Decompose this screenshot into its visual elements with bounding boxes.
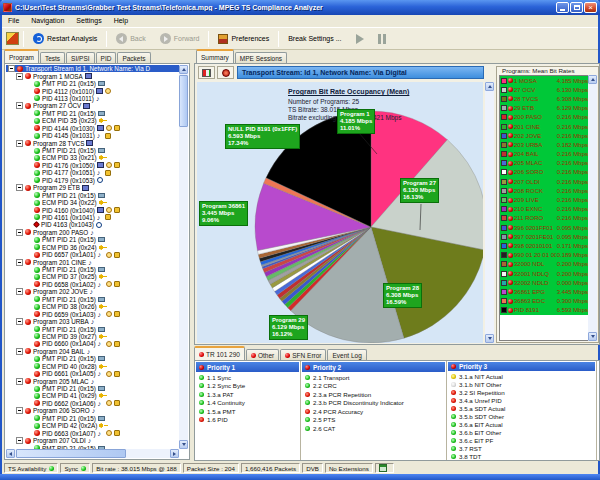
program-bitrate-row[interactable]: 36861 EPG3.445 Mbps bbox=[500, 287, 589, 296]
menu-item-settings[interactable]: Settings bbox=[70, 15, 107, 27]
program-bitrate-row[interactable]: 211 RORO0.216 Mbps bbox=[500, 214, 589, 223]
priority-check-item[interactable]: 2.6 CAT bbox=[301, 424, 446, 433]
priority-check-item[interactable]: 2.2 CRC bbox=[301, 382, 446, 391]
collapse-icon[interactable] bbox=[16, 73, 23, 80]
program-bitrate-row[interactable]: 28 TVCS6.308 Mbps bbox=[500, 94, 589, 103]
program-bitrate-row[interactable]: 206 SORO0.216 Mbps bbox=[500, 168, 589, 177]
priority-check-item[interactable]: 3.6.c EIT PF bbox=[447, 436, 596, 444]
tree-pid-row[interactable]: ECM PID 41 (0x29) bbox=[6, 392, 179, 399]
tree-pid-row[interactable]: PID 4179 (0x1053) bbox=[6, 177, 179, 184]
forward-button[interactable]: Forward bbox=[155, 29, 205, 48]
tree-pid-row[interactable]: PMT PID 21 (0x15) bbox=[6, 147, 179, 154]
tree-pid-row[interactable]: PID 6662 (0x1A06) bbox=[6, 400, 179, 407]
stream-flag-button[interactable] bbox=[198, 66, 215, 79]
scroll-up-icon[interactable] bbox=[588, 75, 597, 84]
tab-other[interactable]: Other bbox=[246, 349, 279, 360]
priority-check-item[interactable]: 1.3.a PAT bbox=[195, 390, 300, 399]
program-bitrate-row[interactable]: 208 ROCK0.216 Mbps bbox=[500, 186, 589, 195]
tree-pid-row[interactable]: ECM PID 36 (0x24) bbox=[6, 244, 179, 251]
collapse-icon[interactable] bbox=[16, 407, 23, 414]
tree-pid-row[interactable]: PID 4176 (0x1050) bbox=[6, 162, 179, 169]
tree-pid-row[interactable]: ECM PID 37 (0x25) bbox=[6, 273, 179, 280]
tree-pid-row[interactable]: PMT PID 21 (0x15) bbox=[6, 236, 179, 243]
collapse-icon[interactable] bbox=[16, 102, 23, 109]
analyzer-icon[interactable] bbox=[6, 32, 19, 45]
tree-pid-row[interactable]: PID 6659 (0x1A03) bbox=[6, 310, 179, 317]
chart-vertical-scrollbar[interactable] bbox=[485, 82, 494, 343]
collapse-icon[interactable] bbox=[16, 318, 23, 325]
priority-check-item[interactable]: 2.3.b PCR Discontinuity Indicator bbox=[301, 399, 446, 408]
menu-item-help[interactable]: Help bbox=[108, 15, 134, 27]
tree-pid-row[interactable]: PID 6660 (0x1A04) bbox=[6, 340, 179, 347]
tab-packets[interactable]: Packets bbox=[117, 52, 150, 63]
priority-check-item[interactable]: 1.1 Sync bbox=[195, 373, 300, 382]
tree-program-row[interactable]: Program 29 ETB bbox=[6, 184, 179, 191]
tree-hscroll-thumb[interactable] bbox=[16, 449, 126, 458]
program-bitrate-row[interactable]: 201 CINE0.216 Mbps bbox=[500, 122, 589, 131]
tree-pid-row[interactable]: PID 6661 (0x1A05) bbox=[6, 370, 179, 377]
tree-pid-row[interactable]: ECM PID 34 (0x22) bbox=[6, 199, 179, 206]
maximize-button[interactable] bbox=[570, 2, 583, 13]
break-settings-button[interactable]: Break Settings ... bbox=[283, 29, 346, 48]
tree-program-row[interactable]: Program 200 PASO bbox=[6, 229, 179, 236]
menu-item-navigation[interactable]: Navigation bbox=[25, 15, 70, 27]
preferences-button[interactable]: Preferences bbox=[213, 29, 274, 48]
priority-check-item[interactable]: 3.1.b NIT Other bbox=[447, 380, 596, 388]
tree-vertical-scrollbar[interactable] bbox=[179, 65, 188, 449]
scroll-left-icon[interactable] bbox=[6, 449, 15, 458]
program-bitrate-row[interactable]: 202 JOVE0.216 Mbps bbox=[500, 131, 589, 140]
collapse-icon[interactable] bbox=[16, 348, 23, 355]
collapse-icon[interactable] bbox=[16, 259, 23, 266]
priority-check-item[interactable]: 1.6 PID bbox=[195, 416, 300, 425]
program-bitrate-row[interactable]: 204 BAIL0.216 Mbps bbox=[500, 150, 589, 159]
tree-vscroll-thumb[interactable] bbox=[179, 75, 188, 127]
scroll-down-icon[interactable] bbox=[588, 332, 597, 341]
tree-pid-row[interactable]: PID 4145 (0x1031) bbox=[6, 132, 179, 139]
pause-button[interactable] bbox=[373, 29, 391, 48]
tree-pid-row[interactable]: PMT PID 21 (0x15) bbox=[6, 191, 179, 198]
priority-check-item[interactable]: 3.6.a EIT Actual bbox=[447, 420, 596, 428]
scroll-down-icon[interactable] bbox=[179, 440, 188, 449]
priority-check-item[interactable]: 3.5.a SDT Actual bbox=[447, 404, 596, 412]
program-bitrate-row[interactable]: 32001 NDLQ0.200 Mbps bbox=[500, 269, 589, 278]
close-button[interactable]: × bbox=[584, 2, 597, 13]
tree-pid-row[interactable]: PID 4113 (0x1011) bbox=[6, 95, 179, 102]
tab-tr-101-290[interactable]: TR 101 290 bbox=[194, 346, 245, 360]
priority-check-item[interactable]: 2.4 PCR Accuracy bbox=[301, 407, 446, 416]
back-button[interactable]: Back bbox=[111, 29, 151, 48]
restart-analysis-button[interactable]: Restart Analysis bbox=[28, 29, 102, 48]
tab-tests[interactable]: Tests bbox=[40, 52, 65, 63]
scroll-down-icon[interactable] bbox=[485, 334, 494, 343]
tree-pid-row[interactable]: PMT PID 21 (0x15) bbox=[6, 80, 179, 87]
tree-program-row[interactable]: Program 204 BAIL bbox=[6, 348, 179, 355]
tree-pid-row[interactable]: ECM PID 33 (0x21) bbox=[6, 154, 179, 161]
tree-program-row[interactable]: Program 206 SORO bbox=[6, 407, 179, 414]
tree-root-row[interactable]: Transport Stream Id 1, Network Name: Via… bbox=[6, 65, 179, 72]
tree-pid-row[interactable]: PMT PID 21 (0x15) bbox=[6, 325, 179, 332]
tree-pid-row[interactable]: ECM PID 38 (0x26) bbox=[6, 303, 179, 310]
tree-pid-row[interactable]: PID 4112 (0x1010) bbox=[6, 87, 179, 94]
priority-check-item[interactable]: 3.8 TDT bbox=[447, 452, 596, 460]
tree-program-row[interactable]: Program 1 MOSA bbox=[6, 72, 179, 79]
collapse-icon[interactable] bbox=[8, 65, 15, 72]
program-bitrate-row[interactable]: 209 LIVE0.216 Mbps bbox=[500, 195, 589, 204]
tab-mpe-sessions[interactable]: MPE Sessions bbox=[235, 52, 287, 63]
program-bitrate-row[interactable]: 32002 NDLD0.000 Mbps bbox=[500, 278, 589, 287]
program-bitrate-row[interactable]: 200 PASO0.216 Mbps bbox=[500, 113, 589, 122]
tree-program-row[interactable]: Program 202 JOVE bbox=[6, 288, 179, 295]
program-bitrate-row[interactable]: 29 ETB6.129 Mbps bbox=[500, 104, 589, 113]
program-bitrate-row[interactable]: 36863 EDC0.300 Mbps bbox=[500, 297, 589, 306]
scroll-up-icon[interactable] bbox=[485, 82, 494, 91]
tree-pid-row[interactable]: ECM PID 39 (0x27) bbox=[6, 333, 179, 340]
tree-pid-row[interactable]: ECM PID 35 (0x23) bbox=[6, 117, 179, 124]
program-bitrate-row[interactable]: 32000 NDL0.200 Mbps bbox=[500, 260, 589, 269]
tree-program-row[interactable]: Program 203 URBA bbox=[6, 318, 179, 325]
priority-check-item[interactable]: 3.7 RST bbox=[447, 444, 596, 452]
minimize-button[interactable] bbox=[556, 2, 569, 13]
priority-check-item[interactable]: 1.2 Sync Byte bbox=[195, 382, 300, 391]
tree-program-row[interactable]: Program 201 CINE bbox=[6, 258, 179, 265]
priority-check-item[interactable]: 1.4 Continuity bbox=[195, 399, 300, 408]
priority-check-item[interactable]: 3.2 SI Repetition bbox=[447, 388, 596, 396]
tree-pid-row[interactable]: PMT PID 21 (0x15) bbox=[6, 355, 179, 362]
program-bitrate-row[interactable]: 396 0201FF010.095 Mbps bbox=[500, 223, 589, 232]
